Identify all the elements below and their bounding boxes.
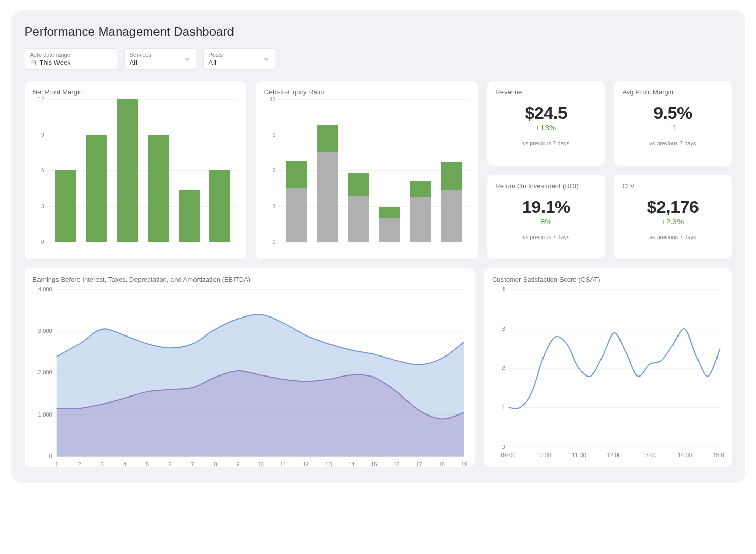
svg-text:09:00: 09:00: [501, 452, 515, 458]
kpi-delta: ↑1: [622, 123, 723, 132]
page-title: Performance Management Dashboard: [25, 25, 732, 39]
kpi-value: 19.1%: [495, 197, 596, 217]
kpi-title: Avg Profit Margin: [622, 88, 723, 96]
up-arrow-icon: ↑: [662, 218, 666, 225]
kpi-delta: 8%: [495, 217, 596, 226]
svg-text:3,000: 3,000: [38, 328, 52, 334]
svg-text:4,000: 4,000: [38, 286, 52, 292]
csat-chart[interactable]: 0123409:0010:0011:0012:0013:0014:0015:00: [492, 286, 724, 450]
svg-text:14: 14: [348, 462, 354, 468]
kpi-value: $24.5: [495, 103, 596, 123]
kpi-value: $2,176: [622, 197, 723, 217]
kpi-delta: ↑2.3%: [622, 217, 723, 226]
kpi-delta: ↑13%: [495, 123, 596, 132]
svg-text:12:00: 12:00: [607, 452, 622, 458]
posts-filter[interactable]: Posts All: [203, 48, 275, 70]
svg-text:9: 9: [236, 462, 239, 468]
filter-value: This Week: [30, 58, 111, 66]
svg-text:11:00: 11:00: [572, 452, 586, 458]
svg-text:13: 13: [325, 462, 332, 468]
kpi-title: Revenue: [495, 88, 596, 96]
filter-value: All: [209, 58, 269, 66]
svg-text:2: 2: [501, 365, 505, 371]
svg-text:1: 1: [501, 404, 505, 410]
kpi-note: vs previous 7 days: [495, 140, 596, 146]
filter-value: All: [130, 58, 190, 66]
kpi-title: Return On Investment (ROI): [495, 182, 596, 190]
date-range-filter[interactable]: Auto date range This Week: [25, 48, 117, 70]
filter-label: Posts: [209, 52, 269, 58]
net-profit-margin-chart[interactable]: 036912: [33, 99, 239, 253]
svg-text:12: 12: [302, 462, 308, 468]
net-profit-margin-card: Net Profit Margin 036912: [25, 81, 247, 259]
svg-text:13:00: 13:00: [642, 452, 656, 458]
svg-text:15:00: 15:00: [713, 452, 724, 458]
svg-text:18: 18: [438, 462, 444, 468]
kpi-avg-profit-margin: Avg Profit Margin 9.5% ↑1 vs previous 7 …: [614, 81, 731, 166]
services-filter[interactable]: Services All: [124, 48, 196, 70]
top-row: Net Profit Margin 036912 Debt-to-Equity …: [25, 81, 732, 259]
svg-text:1: 1: [55, 462, 58, 468]
svg-text:2,000: 2,000: [38, 369, 52, 375]
svg-text:8: 8: [214, 462, 217, 468]
svg-text:19: 19: [461, 462, 467, 468]
svg-text:6: 6: [168, 462, 171, 468]
svg-text:5: 5: [146, 462, 149, 468]
ebitda-chart[interactable]: 01,0002,0003,0004,0001234567891011121314…: [33, 286, 467, 461]
debt-equity-card: Debt-to-Equity Ratio 036912: [256, 81, 478, 259]
kpi-roi: Return On Investment (ROI) 19.1% 8% vs p…: [487, 175, 605, 260]
svg-text:7: 7: [191, 462, 194, 468]
chevron-down-icon: [263, 56, 269, 62]
ebitda-card: Earnings Before Interest, Taxes, Depreci…: [25, 268, 475, 467]
bottom-row: Earnings Before Interest, Taxes, Depreci…: [25, 268, 732, 467]
kpi-grid: Revenue $24.5 ↑13% vs previous 7 days Av…: [487, 81, 731, 259]
svg-text:11: 11: [280, 462, 286, 468]
svg-text:14:00: 14:00: [677, 452, 692, 458]
kpi-revenue: Revenue $24.5 ↑13% vs previous 7 days: [487, 81, 605, 166]
filter-bar: Auto date range This Week Services All P…: [25, 48, 732, 70]
svg-text:17: 17: [416, 462, 422, 468]
up-arrow-icon: ↑: [669, 124, 672, 131]
kpi-clv: CLV $2,176 ↑2.3% vs previous 7 days: [614, 175, 731, 260]
svg-text:3: 3: [100, 462, 103, 468]
chart-title: Customer Satisfaction Score (CSAT): [492, 275, 724, 283]
svg-text:0: 0: [501, 444, 505, 450]
svg-text:1,000: 1,000: [38, 411, 52, 418]
kpi-note: vs previous 7 days: [622, 234, 723, 240]
svg-text:3: 3: [501, 326, 505, 332]
chevron-down-icon: [184, 56, 190, 62]
svg-text:0: 0: [49, 453, 52, 459]
svg-text:2: 2: [77, 462, 81, 468]
svg-text:10: 10: [257, 462, 263, 468]
svg-rect-0: [31, 61, 35, 65]
kpi-title: CLV: [622, 182, 723, 190]
date-range-value: This Week: [40, 58, 71, 66]
chart-title: Debt-to-Equity Ratio: [264, 88, 470, 96]
kpi-note: vs previous 7 days: [495, 234, 596, 240]
filter-label: Auto date range: [30, 52, 111, 58]
filter-label: Services: [130, 52, 190, 58]
csat-card: Customer Satisfaction Score (CSAT) 01234…: [484, 268, 732, 467]
kpi-value: 9.5%: [622, 103, 723, 123]
svg-text:16: 16: [393, 462, 399, 468]
debt-equity-chart[interactable]: 036912: [264, 99, 470, 253]
up-arrow-icon: ↑: [536, 124, 540, 131]
svg-text:4: 4: [501, 286, 505, 292]
calendar-icon: [30, 60, 36, 66]
svg-text:10:00: 10:00: [536, 452, 551, 458]
svg-text:4: 4: [123, 462, 126, 468]
chart-title: Earnings Before Interest, Taxes, Depreci…: [33, 275, 467, 283]
chart-title: Net Profit Margin: [33, 88, 239, 96]
svg-text:15: 15: [371, 462, 377, 468]
dashboard-page: Performance Management Dashboard Auto da…: [11, 10, 745, 483]
kpi-note: vs previous 7 days: [622, 140, 723, 146]
